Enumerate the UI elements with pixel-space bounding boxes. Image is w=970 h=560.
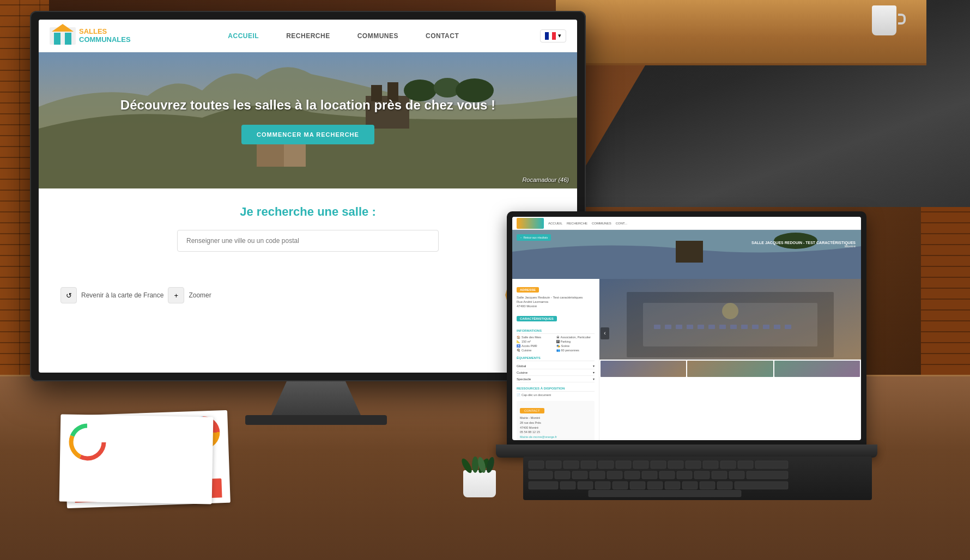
svg-rect-37 xyxy=(546,461,561,468)
zoom-icon: + xyxy=(174,291,179,300)
mairie-label: Mairie - Montré 28 rue des Prés47400 Mon… xyxy=(520,416,591,440)
laptop-nav-communes: COMMUNES xyxy=(592,222,611,225)
laptop-nav-recherche: RECHERCHE xyxy=(567,222,587,225)
svg-rect-34 xyxy=(785,325,791,329)
mairie-address: 28 rue des Prés47400 Montré xyxy=(520,421,591,430)
laptop-city: Montré xyxy=(751,245,856,248)
city-search-input[interactable] xyxy=(177,230,439,252)
svg-rect-31 xyxy=(752,325,759,329)
photo-thumb-3[interactable] xyxy=(774,361,860,377)
equipements-section: ÉQUIPEMENTS Global▾ Cuisine▾ Spectacle▾ xyxy=(517,356,595,382)
language-selector[interactable]: ▾ xyxy=(540,29,566,42)
svg-rect-58 xyxy=(677,471,692,479)
mug-body xyxy=(872,5,896,35)
nav-communes[interactable]: COMMUNES xyxy=(357,32,398,40)
info-association: 🏛Association, Particulier xyxy=(556,336,595,339)
svg-rect-3 xyxy=(65,33,71,45)
equip-global: Global▾ xyxy=(517,363,595,369)
svg-rect-22 xyxy=(654,325,660,329)
svg-rect-56 xyxy=(642,471,657,479)
monitor-frame: SALLES COMMUNALES ACCUEIL RECHERCHE COMM… xyxy=(30,11,586,381)
caracteristiques-badge: CARACTÉRISTIQUES xyxy=(517,316,557,321)
logo-communales: COMMUNALES xyxy=(79,36,131,44)
equip-spectacle: Spectacle▾ xyxy=(517,376,595,382)
reset-icon: ↺ xyxy=(66,291,72,300)
laptop-nav-contact: CONT... xyxy=(616,222,627,225)
svg-rect-5 xyxy=(549,32,552,40)
svg-rect-2 xyxy=(54,33,60,45)
map-reset-button[interactable]: ↺ xyxy=(60,287,77,303)
laptop-logo xyxy=(517,218,544,229)
svg-rect-53 xyxy=(590,471,605,479)
equipements-heading: ÉQUIPEMENTS xyxy=(517,356,595,361)
svg-rect-55 xyxy=(625,471,640,479)
svg-rect-71 xyxy=(682,482,698,489)
svg-rect-26 xyxy=(698,325,704,329)
info-parking: 🅿Parking xyxy=(556,340,595,343)
nav-contact[interactable]: CONTACT xyxy=(426,32,459,40)
svg-rect-24 xyxy=(676,325,682,329)
laptop-screen: ACCUEIL RECHERCHE COMMUNES CONT... ← Ret… xyxy=(512,217,861,440)
svg-rect-17 xyxy=(676,241,703,263)
photo-thumb-2[interactable] xyxy=(687,361,773,377)
map-zoom-label: Zoomer xyxy=(189,291,211,299)
svg-rect-51 xyxy=(555,471,570,479)
monitor-base xyxy=(245,415,387,425)
svg-rect-65 xyxy=(578,482,593,489)
nav-accueil[interactable]: ACCUEIL xyxy=(228,32,259,40)
photo-thumb-1[interactable] xyxy=(601,361,686,377)
laptop-nav: ACCUEIL RECHERCHE COMMUNES CONT... xyxy=(512,217,861,230)
nav-recherche[interactable]: RECHERCHE xyxy=(286,32,330,40)
address-street: Rue André Lezmarros xyxy=(517,300,595,303)
search-section: Je recherche une salle : xyxy=(39,188,577,268)
svg-rect-23 xyxy=(665,325,671,329)
svg-rect-4 xyxy=(545,32,549,40)
shelf xyxy=(556,0,926,65)
svg-rect-29 xyxy=(730,325,737,329)
svg-rect-36 xyxy=(529,461,544,468)
svg-rect-44 xyxy=(668,461,683,468)
equip-cuisine: Cuisine▾ xyxy=(517,369,595,376)
laptop-hero-title: SALLE JACQUES REDOUIN - TEST CARACTÉRIST… xyxy=(751,241,856,248)
mairie-name: Mairie - Montré xyxy=(520,416,591,421)
address-name: Salle Jacques Redouin - Test caractérist… xyxy=(517,296,595,299)
main-photo xyxy=(599,279,861,360)
info-pmr: ♿Accès PMR xyxy=(517,344,555,348)
svg-rect-27 xyxy=(708,325,715,329)
laptop-hero: ← Retour aux résultats SALLE JACQUES RED… xyxy=(512,230,861,279)
svg-rect-69 xyxy=(647,482,663,489)
coffee-mug xyxy=(872,5,899,38)
informations-heading: INFORMATIONS xyxy=(517,329,595,334)
map-zoom-button[interactable]: + xyxy=(168,287,184,303)
site-nav: SALLES COMMUNALES ACCUEIL RECHERCHE COMM… xyxy=(39,20,577,52)
mug-handle xyxy=(898,14,906,25)
ressource-doc: 📄Cap-déc un document xyxy=(517,393,595,397)
contact-button[interactable]: CONTACT xyxy=(520,408,544,413)
cta-button[interactable]: COMMENCER MA RECHERCHE xyxy=(241,125,374,144)
laptop-photo-panel: ‹ xyxy=(599,279,861,440)
hero-content: Découvrez toutes les salles à la locatio… xyxy=(39,52,577,188)
info-grid: 🏠Salle des fêtes 🏛Association, Particuli… xyxy=(517,336,595,352)
svg-rect-25 xyxy=(687,325,693,329)
svg-rect-72 xyxy=(700,482,715,489)
svg-rect-54 xyxy=(607,471,622,479)
svg-rect-73 xyxy=(717,482,732,489)
svg-rect-74 xyxy=(735,482,788,489)
search-input-wrapper xyxy=(177,230,439,252)
svg-rect-43 xyxy=(651,461,666,468)
svg-rect-46 xyxy=(703,461,718,468)
info-personnes: 👥60 personnes xyxy=(556,349,595,352)
svg-rect-63 xyxy=(529,482,558,489)
svg-rect-64 xyxy=(560,482,575,489)
hero-title: Découvrez toutes les salles à la locatio… xyxy=(120,96,495,113)
chart-papers xyxy=(54,407,229,506)
svg-rect-48 xyxy=(738,461,753,468)
mairie-phone: 05 54 88 12 15 xyxy=(520,430,591,435)
logo-text: SALLES COMMUNALES xyxy=(79,28,131,44)
svg-rect-67 xyxy=(613,482,628,489)
laptop-back-button[interactable]: ← Retour aux résultats xyxy=(517,234,551,241)
site-logo: SALLES COMMUNALES xyxy=(50,23,131,49)
laptop-hall-name: SALLE JACQUES REDOUIN - TEST CARACTÉRIST… xyxy=(751,241,856,245)
photo-nav-left[interactable]: ‹ xyxy=(601,327,609,339)
info-scene: 🎭Scène xyxy=(556,344,595,348)
